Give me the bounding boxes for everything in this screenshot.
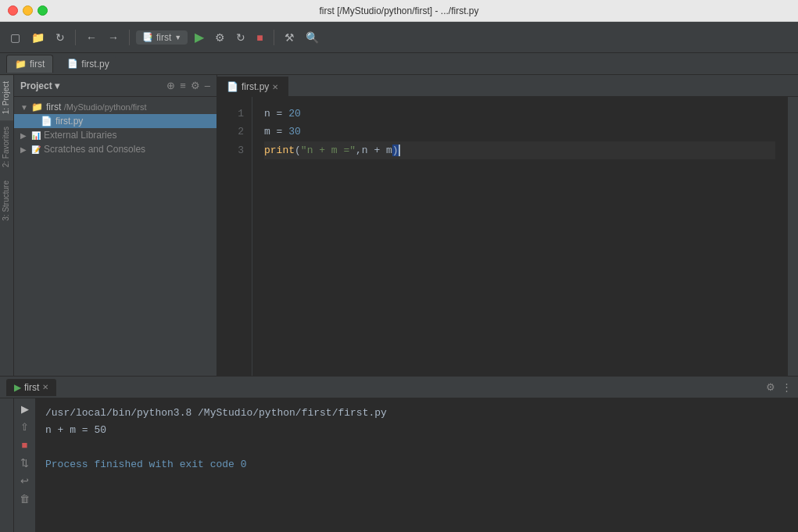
tree-scratches-icon: 📝 <box>31 145 41 154</box>
num-30: 30 <box>288 126 301 137</box>
title-bar: first [/MyStudio/python/first] - .../fir… <box>0 0 798 22</box>
editor-tab-firstpy[interactable]: 📄 first.py ✕ <box>217 77 288 96</box>
toolbar-separator-3 <box>274 30 274 45</box>
reload-button[interactable]: ↻ <box>232 29 249 46</box>
toolbar: ▢ 📁 ↻ ← → 📑 first ▼ ▶ ⚙ ↻ ■ ⚒ 🔍 <box>0 22 798 53</box>
settings-button[interactable]: ⚒ <box>281 29 299 46</box>
new-button[interactable]: ▢ <box>6 29 24 46</box>
code-line-2: m = 30 <box>264 123 775 141</box>
run-config-chevron: ▼ <box>174 34 181 41</box>
tree-libs-icon: 📊 <box>31 131 41 140</box>
bottom-area: ▶ first ✕ ⚙ ⋮ ▶ ⇧ ■ ⇅ ↩ 🗑 /usr/local/bin… <box>0 376 798 532</box>
run-output-line-3 <box>45 439 789 456</box>
tree-root-label: first /MyStudio/python/first <box>46 102 146 112</box>
tree-arrow-root: ▼ <box>20 103 28 112</box>
run-stop-btn[interactable]: ■ <box>22 439 28 451</box>
line-numbers: 1 2 3 <box>217 97 252 376</box>
run-config-label: first <box>156 32 171 43</box>
run-content: ▶ ⇧ ■ ⇅ ↩ 🗑 /usr/local/bin/python3.8 /My… <box>0 398 798 532</box>
tree-scratches-arrow: ▶ <box>20 145 28 154</box>
tree-folder-icon: 📁 <box>31 102 43 112</box>
line-num-3: 3 <box>217 141 244 159</box>
run-output-line-1: /usr/local/bin/python3.8 /MyStudio/pytho… <box>45 405 789 422</box>
run-tab-first[interactable]: ▶ first ✕ <box>6 379 56 396</box>
editor-tab-close[interactable]: ✕ <box>272 83 278 91</box>
left-sidebar-tabs: 1: Project 2: Favorites 3: Structure <box>0 75 14 376</box>
close-panel-icon[interactable]: – <box>205 80 210 91</box>
var-n: n <box>264 108 277 120</box>
project-panel: Project ▾ ⊕ ≡ ⚙ – ▼ 📁 first /MyStudio/py… <box>14 75 217 376</box>
run-config-icon: 📑 <box>142 32 153 42</box>
paren-open: ( <box>295 145 301 156</box>
open-button[interactable]: 📁 <box>27 29 48 46</box>
settings-icon[interactable]: ⚙ <box>191 80 200 91</box>
build-button[interactable]: ⚙ <box>211 29 229 46</box>
tab-bar-project: 📁 first 📄 first.py <box>0 53 798 75</box>
str-literal: "n + m =" <box>301 145 356 156</box>
editor-tab-file-icon: 📄 <box>227 81 238 92</box>
run-button[interactable]: ▶ <box>191 27 208 47</box>
sidebar-tab-favorites[interactable]: 2: Favorites <box>0 120 13 173</box>
code-line-3: print("n + m =",n + m) <box>264 141 775 159</box>
toolbar-separator <box>75 30 76 45</box>
run-settings-icon[interactable]: ⚙ <box>766 381 775 393</box>
run-expand-icon[interactable]: ⋮ <box>782 381 792 393</box>
scope-icon[interactable]: ⊕ <box>166 80 175 91</box>
run-config[interactable]: 📑 first ▼ <box>136 30 188 45</box>
window-title: first [/MyStudio/python/first] - .../fir… <box>319 5 478 16</box>
project-folder-icon: 📁 <box>15 59 27 70</box>
fn-print: print <box>264 145 295 156</box>
comma-args: ,n + m <box>356 145 392 156</box>
run-tab-close[interactable]: ✕ <box>42 383 48 391</box>
run-scroll-btn[interactable]: ⇅ <box>20 457 29 469</box>
minimize-button[interactable] <box>23 5 33 16</box>
forward-button[interactable]: → <box>104 29 123 46</box>
main-content: 1: Project 2: Favorites 3: Structure Pro… <box>0 75 798 376</box>
file-py-icon: 📄 <box>67 59 78 69</box>
project-tab[interactable]: 📁 first <box>6 55 53 73</box>
run-left-sidebar <box>0 398 14 532</box>
code-line-1: n = 20 <box>264 105 775 123</box>
var-m: m <box>264 126 277 137</box>
project-header-actions: ⊕ ≡ ⚙ – <box>166 80 210 91</box>
run-play-btn[interactable]: ▶ <box>21 403 29 415</box>
editor-tab-label: first.py <box>242 81 269 92</box>
tree-root[interactable]: ▼ 📁 first /MyStudio/python/first <box>14 100 216 114</box>
run-output-line-2: n + m = 50 <box>45 422 789 439</box>
editor-content[interactable]: 1 2 3 n = 20 m = 30 print("n + m =",n + … <box>217 97 798 376</box>
run-tab-icon: ▶ <box>14 382 21 393</box>
maximize-button[interactable] <box>38 5 48 16</box>
collapse-icon[interactable]: ≡ <box>180 80 186 91</box>
project-header-title: Project ▾ <box>20 80 59 91</box>
sync-button[interactable]: ↻ <box>52 29 69 46</box>
tree-file-py-icon: 📄 <box>41 116 52 127</box>
window-controls <box>8 5 48 16</box>
project-tab-label: first <box>30 59 45 70</box>
num-20: 20 <box>288 108 301 120</box>
run-toolbar: ▶ ⇧ ■ ⇅ ↩ 🗑 <box>14 398 36 532</box>
run-tab-actions: ⚙ ⋮ <box>766 381 792 393</box>
run-clear-btn[interactable]: 🗑 <box>20 493 30 505</box>
code-area[interactable]: n = 20 m = 30 print("n + m =",n + m) <box>252 97 787 376</box>
project-tree: ▼ 📁 first /MyStudio/python/first 📄 first… <box>14 97 216 376</box>
tree-external-libs[interactable]: ▶ 📊 External Libraries <box>14 128 216 142</box>
run-wraplines-btn[interactable]: ↩ <box>20 475 29 487</box>
tree-scratches-label: Scratches and Consoles <box>44 144 145 155</box>
editor-tabs: 📄 first.py ✕ <box>217 75 798 97</box>
run-tab-label: first <box>24 382 39 393</box>
tree-libs-arrow: ▶ <box>20 131 28 140</box>
tree-scratches[interactable]: ▶ 📝 Scratches and Consoles <box>14 142 216 156</box>
line-num-2: 2 <box>217 123 244 141</box>
sidebar-tab-project[interactable]: 1: Project <box>0 75 13 120</box>
tree-libs-label: External Libraries <box>44 130 116 141</box>
search-button[interactable]: 🔍 <box>302 29 323 46</box>
cursor-paren: ) <box>392 145 400 156</box>
sidebar-tab-structure[interactable]: 3: Structure <box>0 174 13 227</box>
file-tab[interactable]: 📄 first.py <box>61 55 115 73</box>
back-button[interactable]: ← <box>82 29 101 46</box>
run-rerun-btn[interactable]: ⇧ <box>20 421 29 433</box>
line-num-1: 1 <box>217 105 244 123</box>
close-button[interactable] <box>8 5 18 16</box>
tree-file-firstpy[interactable]: 📄 first.py <box>14 114 216 128</box>
stop-button[interactable]: ■ <box>252 29 267 46</box>
